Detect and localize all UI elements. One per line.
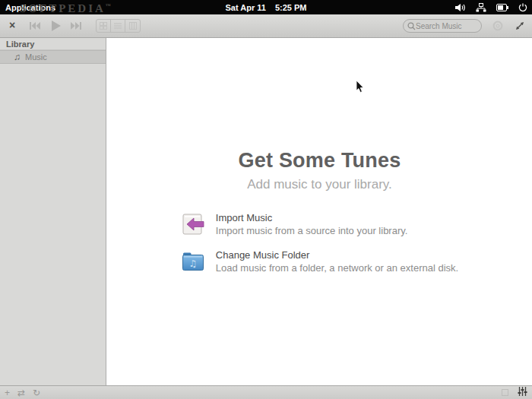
sidebar: Library ♫ Music xyxy=(0,38,106,385)
change-music-folder-description: Load music from a folder, a network or a… xyxy=(216,262,458,274)
sidebar-library-header: Library xyxy=(0,38,106,50)
power-icon[interactable] xyxy=(518,3,527,12)
column-view-button[interactable] xyxy=(125,20,140,32)
welcome-subtitle: Add music to your library. xyxy=(107,177,532,192)
change-music-folder-title: Change Music Folder xyxy=(216,249,458,261)
main-content: Get Some Tunes Add music to your library… xyxy=(107,38,532,385)
mouse-cursor xyxy=(356,81,365,97)
svg-text:♫: ♫ xyxy=(188,258,197,269)
shuffle-button[interactable]: ⇄ xyxy=(17,388,25,397)
equalizer-button[interactable] xyxy=(518,387,527,398)
sidebar-item-music[interactable]: ♫ Music xyxy=(0,50,106,64)
battery-icon[interactable] xyxy=(496,4,508,11)
fullscreen-icon[interactable] xyxy=(514,20,526,32)
volume-icon[interactable] xyxy=(455,3,466,12)
music-app-window: Applications Sat Apr 11 5:25 PM xyxy=(0,0,532,399)
network-icon[interactable] xyxy=(476,3,486,12)
view-switcher xyxy=(96,19,141,33)
grid-view-button[interactable] xyxy=(97,20,111,32)
import-music-icon xyxy=(181,212,205,239)
softpedia-watermark: SOFTPEDIA™ xyxy=(20,2,111,15)
search-input[interactable] xyxy=(416,21,475,31)
mini-mode-icon[interactable] xyxy=(502,389,508,396)
music-note-icon: ♫ xyxy=(14,52,21,62)
import-music-title: Import Music xyxy=(216,212,408,223)
play-button[interactable] xyxy=(44,17,67,34)
change-music-folder-option[interactable]: ♫ Change Music Folder Load music from a … xyxy=(181,249,458,277)
time-label: 5:25 PM xyxy=(275,3,307,12)
previous-track-button[interactable] xyxy=(26,17,44,34)
bottom-bar: + ⇄ ↻ xyxy=(0,385,532,399)
welcome-options: Import Music Import music from a source … xyxy=(181,212,458,277)
search-box xyxy=(403,19,482,33)
import-music-description: Import music from a source into your lib… xyxy=(216,225,408,236)
welcome-title: Get Some Tunes xyxy=(107,149,532,173)
import-music-option[interactable]: Import Music Import music from a source … xyxy=(181,212,458,239)
date-label: Sat Apr 11 xyxy=(226,3,266,12)
music-folder-icon: ♫ xyxy=(181,249,205,277)
search-icon xyxy=(407,22,416,30)
repeat-button[interactable]: ↻ xyxy=(33,388,40,397)
app-toolbar: × xyxy=(0,14,532,38)
add-playlist-button[interactable]: + xyxy=(5,388,10,397)
settings-gear-icon[interactable] xyxy=(491,19,505,33)
window-close-button[interactable]: × xyxy=(6,20,18,32)
next-track-button[interactable] xyxy=(67,17,85,34)
list-view-button[interactable] xyxy=(111,20,125,32)
sidebar-item-label: Music xyxy=(25,52,47,62)
